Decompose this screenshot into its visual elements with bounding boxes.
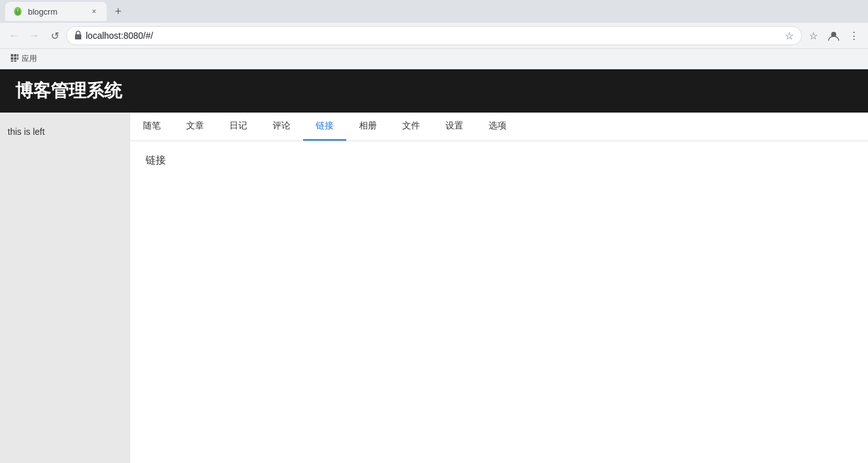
profile-button[interactable] [825,27,843,45]
nav-tabs: 随笔 文章 日记 评论 链接 相册 文件 设置 选项 [130,113,868,141]
forward-button[interactable]: → [25,27,43,45]
browser-tab[interactable]: blogcrm × [5,2,107,21]
menu-button[interactable]: ⋮ [845,27,863,45]
browser-chrome: blogcrm × + ← → ↺ localhost:8080/#/ ☆ [0,0,868,69]
svg-rect-10 [11,60,13,62]
tab-pinglun[interactable]: 评论 [260,113,303,141]
address-bar-row: ← → ↺ localhost:8080/#/ ☆ ☆ [0,23,868,48]
main-content: 随笔 文章 日记 评论 链接 相册 文件 设置 选项 链接 [130,113,868,463]
tab-wenjian[interactable]: 文件 [390,113,433,141]
svg-rect-9 [17,57,18,60]
svg-rect-8 [14,57,17,60]
content-area: 链接 [130,141,868,463]
svg-rect-11 [14,60,17,62]
svg-rect-4 [11,54,13,57]
content-heading: 链接 [146,154,853,167]
back-button[interactable]: ← [5,27,23,45]
tab-wenzhang[interactable]: 文章 [173,113,217,141]
refresh-icon: ↺ [51,30,59,42]
app-body: this is left 随笔 文章 日记 评论 链接 相册 文件 设置 选项 … [0,113,868,463]
app-title: 博客管理系统 [15,79,122,103]
bookmark-star-icon[interactable]: ☆ [785,30,794,42]
star-button[interactable]: ☆ [804,27,822,45]
svg-rect-2 [75,34,81,39]
address-bar[interactable]: localhost:8080/#/ ☆ [66,26,802,45]
menu-icon: ⋮ [849,30,859,42]
tab-close-button[interactable]: × [89,6,99,17]
browser-menu-icons: ☆ ⋮ [804,27,863,45]
tab-lianjie[interactable]: 链接 [303,113,346,141]
tab-bar: blogcrm × + [0,0,868,23]
app-header: 博客管理系统 [0,69,868,113]
sidebar: this is left [0,113,130,463]
sidebar-text: this is left [8,127,123,137]
tab-riji[interactable]: 日记 [217,113,260,141]
tab-favicon [13,6,23,17]
apps-bookmark[interactable]: 应用 [5,51,42,67]
tab-xiangce[interactable]: 相册 [346,113,390,141]
svg-rect-6 [17,54,18,57]
apps-grid-icon [10,53,19,64]
url-display: localhost:8080/#/ [86,31,781,41]
new-tab-button[interactable]: + [109,3,127,20]
svg-rect-7 [11,57,13,60]
bookmarks-bar: 应用 [0,48,868,69]
tab-title: blogcrm [28,7,84,17]
tab-shezhi[interactable]: 设置 [433,113,476,141]
lock-icon [74,31,82,41]
tab-xuanxiang[interactable]: 选项 [476,113,519,141]
back-icon: ← [9,30,19,41]
tab-suibi[interactable]: 随笔 [130,113,173,141]
svg-rect-5 [14,54,17,57]
forward-icon: → [29,30,39,41]
refresh-button[interactable]: ↺ [46,27,64,45]
star-icon: ☆ [809,30,818,42]
apps-label: 应用 [22,53,37,64]
profile-icon [827,29,840,42]
